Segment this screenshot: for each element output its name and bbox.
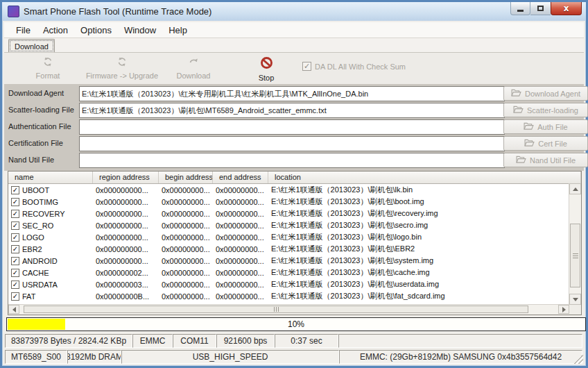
row-checkbox[interactable]: ✓ [11, 245, 19, 253]
status-empty-cell [338, 334, 582, 348]
table-row-bootimg[interactable]: ✓BOOTIMG 0x000000000... 0x00000000... 0x… [8, 196, 569, 208]
table-row-android[interactable]: ✓ANDROID 0x000000000... 0x00000000... 0x… [8, 255, 569, 267]
file-location: E:\红米1联通版（2013023）\刷机包\secro.img [268, 220, 569, 231]
table-row-ebr2[interactable]: ✓EBR2 0x000000000... 0x00000000... 0x000… [8, 243, 569, 255]
toolbar: Format Firmware -> Upgrade Download Stop… [4, 52, 584, 85]
row-checkbox[interactable]: ✓ [11, 269, 19, 277]
checksum-checkbox-box[interactable]: ✓ [302, 62, 311, 71]
nand-util-browse-button[interactable]: Nand Util File [503, 153, 588, 167]
scatter-file-row: Scatter-loading File E:\红米1联通版（2013023）\… [4, 102, 584, 119]
vertical-scrollbar[interactable] [569, 183, 581, 305]
status-emmc-info: EMMC: (29Gb+8192Mb) SAMSUNG 0x4b3557564d… [339, 350, 582, 364]
row-checkbox[interactable]: ✓ [11, 257, 19, 265]
table-row-logo[interactable]: ✓LOGO 0x000000000... 0x00000000... 0x000… [8, 231, 569, 243]
format-button[interactable]: Format [25, 56, 71, 80]
region-address: 0x000000000... [93, 245, 159, 253]
begin-address: 0x00000000... [159, 292, 213, 301]
scroll-left-button[interactable] [8, 305, 19, 314]
tabstrip: Download [4, 38, 584, 52]
close-button[interactable]: x [551, 2, 582, 15]
end-address: 0x00000000... [213, 198, 268, 206]
partition-name: FAT [22, 292, 35, 301]
firmware-upgrade-button[interactable]: Firmware -> Upgrade [82, 56, 162, 80]
header-name[interactable]: name [8, 172, 93, 183]
region-address: 0x000000003... [93, 281, 159, 289]
row-checkbox[interactable]: ✓ [11, 281, 19, 289]
header-region-address[interactable]: region address [93, 172, 159, 183]
partition-name: ANDROID [22, 257, 58, 265]
download-icon [188, 56, 199, 70]
horizontal-scrollbar[interactable] [8, 304, 569, 315]
menubar: File Action Options Window Help [4, 22, 584, 38]
statusbar-row1: 83873978 Bytes / 2824.42 KBp EMMC COM11 … [4, 333, 584, 349]
nand-util-input[interactable] [79, 153, 505, 168]
table-row-recovery[interactable]: ✓RECOVERY 0x000000000... 0x00000000... 0… [8, 208, 569, 219]
partition-name: CACHE [22, 269, 49, 277]
cert-file-browse-label: Cert File [538, 140, 567, 148]
scatter-browse-button[interactable]: Scatter-loading [503, 103, 588, 117]
menu-help[interactable]: Help [162, 24, 193, 37]
end-address: 0x00000000... [213, 245, 268, 253]
stop-icon [260, 56, 273, 72]
tab-download[interactable]: Download [8, 39, 55, 53]
vertical-scroll-thumb[interactable] [570, 224, 580, 287]
cert-file-browse-button[interactable]: Cert File [503, 136, 588, 151]
progress-bar: 10% [6, 317, 586, 331]
scroll-right-button[interactable] [558, 305, 569, 314]
folder-open-icon [511, 89, 521, 98]
download-agent-label: Download Agent [8, 89, 64, 97]
resize-grip[interactable] [573, 354, 583, 364]
scroll-down-button[interactable] [569, 294, 581, 305]
region-address: 0x000000000... [93, 233, 159, 242]
end-address: 0x00000000... [213, 210, 268, 218]
table-row-uboot[interactable]: ✓UBOOT 0x000000000... 0x00000000... 0x00… [8, 184, 569, 196]
header-location[interactable]: location [268, 172, 581, 183]
minimize-icon [517, 10, 524, 12]
scrollbar-corner [569, 305, 581, 315]
row-checkbox[interactable]: ✓ [11, 292, 19, 301]
table-row-cache[interactable]: ✓CACHE 0x000000002... 0x00000000... 0x00… [8, 267, 569, 278]
stop-button[interactable]: Stop [244, 56, 288, 82]
download-agent-browse-button[interactable]: Download Agent [503, 86, 588, 101]
menu-action[interactable]: Action [37, 24, 74, 37]
download-agent-input[interactable]: E:\红米1联通版（2013023）\红米专用刷机工具\红米刷机工具\MTK_A… [79, 86, 505, 101]
table-row-usrdata[interactable]: ✓USRDATA 0x000000003... 0x00000000... 0x… [8, 278, 569, 290]
arrow-up-icon [573, 187, 578, 191]
folder-open-icon [513, 106, 524, 115]
minimize-button[interactable] [510, 2, 530, 15]
scroll-up-button[interactable] [569, 183, 581, 194]
auth-file-input[interactable] [79, 119, 505, 135]
header-begin-address[interactable]: begin address [159, 172, 213, 183]
row-checkbox[interactable]: ✓ [11, 210, 19, 218]
table-row-sec-ro[interactable]: ✓SEC_RO 0x000000000... 0x00000000... 0x0… [8, 219, 569, 231]
checksum-checkbox[interactable]: ✓ DA DL All With Check Sum [302, 62, 406, 71]
row-checkbox[interactable]: ✓ [11, 221, 19, 230]
cert-file-input[interactable] [79, 136, 505, 151]
file-location: E:\红米1联通版（2013023）\刷机包\fat_sdcard.img [268, 291, 569, 301]
download-button[interactable]: Download [164, 56, 223, 80]
horizontal-scroll-thumb[interactable] [24, 306, 528, 313]
end-address: 0x00000000... [213, 281, 268, 289]
scatter-browse-label: Scatter-loading [527, 106, 578, 115]
begin-address: 0x00000000... [159, 198, 213, 206]
window-controls: x [510, 2, 582, 15]
menu-options[interactable]: Options [74, 24, 118, 37]
maximize-button[interactable] [530, 2, 551, 15]
begin-address: 0x00000000... [159, 186, 213, 194]
status-baud-rate: 921600 bps [216, 334, 275, 348]
partition-name: SEC_RO [22, 221, 53, 230]
end-address: 0x00000000... [213, 269, 268, 277]
scatter-file-input[interactable]: E:\红米1联通版（2013023）\刷机包\MT6589_Android_sc… [79, 103, 505, 118]
header-end-address[interactable]: end address [213, 172, 268, 183]
menu-window[interactable]: Window [118, 24, 162, 37]
partition-name: UBOOT [22, 186, 49, 194]
checksum-checkbox-label: DA DL All With Check Sum [315, 62, 406, 71]
menu-file[interactable]: File [10, 24, 37, 37]
row-checkbox[interactable]: ✓ [11, 198, 19, 206]
titlebar: Smart Phone Flash Tool (Runtime Trace Mo… [2, 2, 586, 21]
auth-file-browse-button[interactable]: Auth File [503, 119, 588, 134]
table-row-fat[interactable]: ✓FAT 0x00000000B... 0x00000000... 0x0000… [8, 290, 569, 302]
row-checkbox[interactable]: ✓ [11, 186, 19, 194]
arrow-left-icon [12, 307, 16, 312]
row-checkbox[interactable]: ✓ [11, 233, 19, 242]
